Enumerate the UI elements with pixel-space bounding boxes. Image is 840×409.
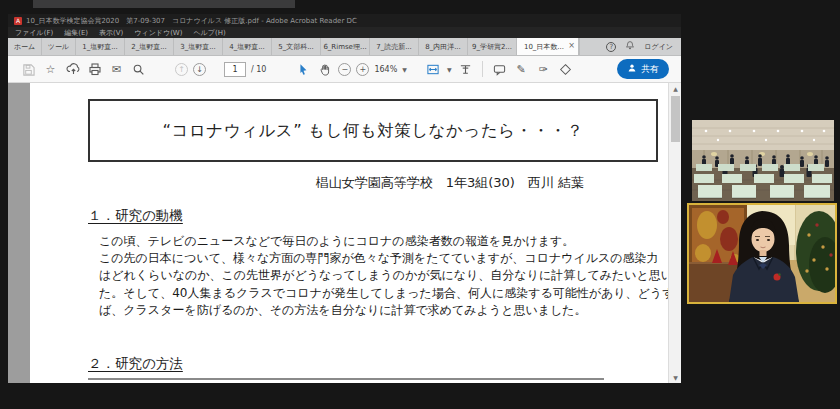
presentation-mode-button[interactable] — [457, 61, 474, 78]
fill-and-sign-icon[interactable]: ✑ — [535, 61, 552, 78]
menu-help[interactable]: ヘルプ(H) — [194, 28, 226, 38]
menu-view[interactable]: 表示(V) — [99, 28, 123, 38]
pdf-page: “コロナウィルス” もし何も対策しなかったら・・・？ 椙山女学園高等学校 1年3… — [30, 83, 668, 383]
video-feed-presenter[interactable] — [687, 203, 837, 304]
section1-heading: １．研究の動機 — [88, 207, 183, 225]
pencil-edit-icon[interactable]: ✎ — [513, 61, 530, 78]
tab-bar: ホーム ツール 1_塩野直... 2_塩野直... 3_塩野直... 4_塩野直… — [8, 38, 681, 56]
search-icon[interactable] — [130, 61, 147, 78]
share-button-label: 共有 — [641, 63, 659, 76]
tab-tools[interactable]: ツール — [42, 38, 76, 55]
acrobat-reader-window: A 10_日本数学検定協会賞2020 第7-09-307 コロナウイルス 修正版… — [8, 14, 681, 383]
share-person-icon — [627, 63, 637, 75]
acrobat-pdf-icon: A — [14, 17, 22, 25]
menu-bar: ファイル(F) 編集(E) 表示(V) ウィンドウ(W) ヘルプ(H) — [8, 27, 681, 38]
hand-tool-button[interactable] — [316, 61, 333, 78]
motivation-paragraph: この頃、テレビのニュースなどで毎日のようにコロナの感染者数の報道を見かけます。 … — [99, 233, 681, 319]
document-area: “コロナウィルス” もし何も対策しなかったら・・・？ 椙山女学園高等学校 1年3… — [8, 83, 681, 383]
section2-heading: ２．研究の方法 — [88, 355, 183, 373]
tab-doc-2[interactable]: 2_塩野直... — [125, 38, 174, 55]
scrollbar-thumb[interactable] — [671, 96, 680, 142]
conference-room-scene — [692, 120, 834, 201]
page-count-label: / 10 — [251, 65, 266, 74]
stamp-tool-icon[interactable] — [557, 61, 574, 78]
zoom-screen-share-view: A 10_日本数学検定協会賞2020 第7-09-307 コロナウイルス 修正版… — [0, 0, 840, 409]
report-title: “コロナウィルス” もし何も対策しなかったら・・・？ — [162, 120, 583, 142]
vertical-scrollbar[interactable]: ▲ ▼ — [668, 83, 681, 383]
menu-window[interactable]: ウィンドウ(W) — [134, 28, 182, 38]
tab-doc-9[interactable]: 9_学研賞2... — [468, 38, 517, 55]
previous-page-button[interactable]: ↑ — [175, 63, 188, 76]
zoom-out-button[interactable]: − — [338, 63, 351, 76]
tab-home[interactable]: ホーム — [8, 38, 42, 55]
star-favorite-button[interactable]: ☆ — [42, 61, 59, 78]
tab-doc-8[interactable]: 8_内田洋... — [419, 38, 468, 55]
scroll-up-icon[interactable]: ▲ — [669, 83, 681, 94]
video-feed-conference-room[interactable] — [692, 120, 834, 201]
tabbar-right-controls: ? ログイン — [579, 38, 681, 55]
comment-tool-icon[interactable] — [491, 61, 508, 78]
paragraph-line: この先の日本について、様々な方面の専門家が色々な予測をたてていますが、コロナウイ… — [99, 250, 681, 267]
fit-width-button[interactable] — [425, 61, 442, 78]
paragraph-line: はどれくらいなのか、この先世界がどうなってしまうのかが気になり、自分なりに計算し… — [99, 267, 681, 284]
window-titlebar: A 10_日本数学検定協会賞2020 第7-09-307 コロナウイルス 修正版… — [8, 14, 681, 27]
tab-doc-4[interactable]: 4_塩野直... — [223, 38, 272, 55]
report-title-box: “コロナウィルス” もし何も対策しなかったら・・・？ — [88, 99, 658, 162]
main-toolbar: ☆ ✉ ↑ ↓ 1 / 10 − + — [8, 56, 681, 83]
close-tab-icon[interactable]: × — [568, 42, 575, 50]
next-section-divider — [88, 378, 604, 380]
help-icon[interactable]: ? — [606, 42, 616, 52]
menu-edit[interactable]: 編集(E) — [64, 28, 88, 38]
menu-file[interactable]: ファイル(F) — [15, 28, 53, 38]
tab-doc-3[interactable]: 3_塩野直... — [174, 38, 223, 55]
next-page-button[interactable]: ↓ — [193, 63, 206, 76]
scroll-down-icon[interactable]: ▼ — [669, 372, 681, 383]
paragraph-line: この頃、テレビのニュースなどで毎日のようにコロナの感染者数の報道を見かけます。 — [99, 233, 681, 250]
tab-doc-1[interactable]: 1_塩野直... — [76, 38, 125, 55]
zoom-in-button[interactable]: + — [356, 63, 369, 76]
tab-doc-5[interactable]: 5_文部科... — [272, 38, 321, 55]
zoom-dropdown-caret-icon[interactable]: ▼ — [402, 66, 407, 73]
paragraph-line: た。そして、40人集まるクラスでコロナが発生してしまった場合、何人に感染する可能… — [99, 285, 681, 302]
bell-icon[interactable] — [625, 40, 635, 53]
tab-doc-10-active[interactable]: 10_日本数... × — [517, 38, 579, 55]
presenter-scene — [689, 205, 835, 302]
zoom-level-value[interactable]: 164% — [374, 65, 397, 74]
fit-dropdown-caret-icon[interactable]: ▼ — [447, 66, 452, 73]
email-button[interactable]: ✉ — [108, 61, 125, 78]
paragraph-line: ば、クラスターを防げるのか、その方法を自分なりに計算で求めてみようと思いました。 — [99, 302, 681, 319]
share-button[interactable]: 共有 — [617, 59, 669, 79]
cloud-upload-button[interactable] — [64, 61, 81, 78]
window-title: 10_日本数学検定協会賞2020 第7-09-307 コロナウイルス 修正版.p… — [26, 16, 357, 26]
tab-doc-7[interactable]: 7_読売新... — [370, 38, 419, 55]
tab-doc-6[interactable]: 6_Rimse理... — [321, 38, 370, 55]
author-line: 椙山女学園高等学校 1年3組(30) 西川 結葉 — [30, 174, 668, 192]
selection-tool-button[interactable] — [294, 61, 311, 78]
save-button[interactable] — [20, 61, 37, 78]
login-button[interactable]: ログイン — [644, 42, 673, 52]
screen-share-top-bar — [33, 0, 295, 8]
print-button[interactable] — [86, 61, 103, 78]
tab-doc-10-label: 10_日本数... — [524, 42, 564, 52]
page-number-input[interactable]: 1 — [224, 62, 246, 77]
